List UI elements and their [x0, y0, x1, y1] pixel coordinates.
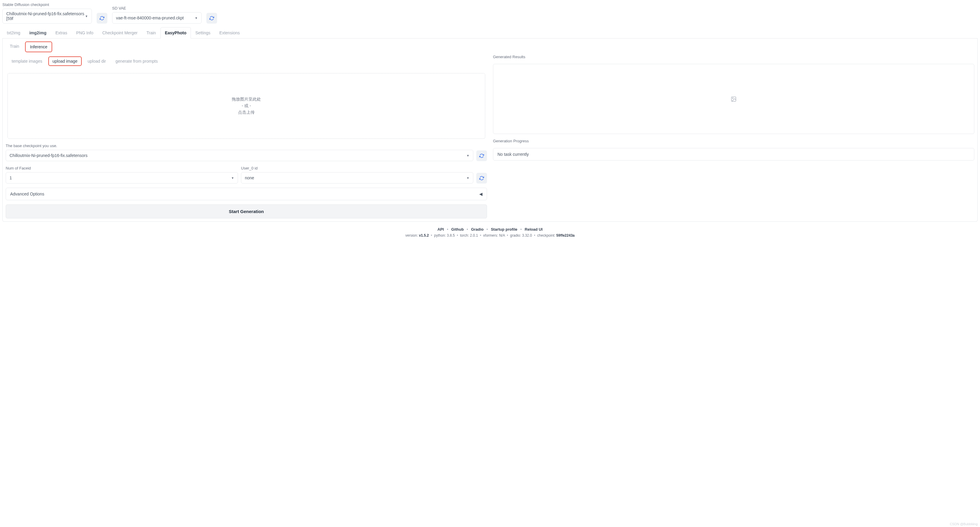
xformers-value: N/A: [499, 233, 504, 238]
refresh-checkpoint-button[interactable]: [97, 13, 107, 24]
chevron-left-icon: ◀: [479, 192, 482, 196]
chevron-down-icon: ▼: [466, 154, 469, 157]
tab-txt2img[interactable]: txt2img: [2, 27, 25, 38]
footer-link-reload-ui[interactable]: Reload UI: [525, 227, 542, 232]
start-generation-button[interactable]: Start Generation: [6, 204, 487, 219]
checkpoint-group: Stable Diffusion checkpoint Chilloutmix-…: [2, 2, 92, 24]
footer-link-startup-profile[interactable]: Startup profile: [491, 227, 517, 232]
dropzone-line1: 拖放图片至此处: [232, 97, 261, 102]
tab-easyphoto[interactable]: EasyPhoto: [161, 27, 191, 38]
dot-icon: •: [447, 227, 448, 232]
refresh-userid-button[interactable]: [476, 173, 487, 184]
chevron-down-icon: ▼: [466, 176, 469, 180]
inference-innertabs: template images upload image upload dir …: [8, 56, 485, 66]
innertab-template-images[interactable]: template images: [8, 57, 46, 65]
gradio-label: gradio:: [510, 233, 522, 238]
torch-label: torch:: [460, 233, 470, 238]
results-box: [493, 64, 974, 134]
easyphoto-panel: Train Inference template images upload i…: [2, 38, 978, 222]
vae-label: SD VAE: [112, 6, 202, 10]
chevron-down-icon: ▼: [85, 14, 88, 18]
userid-value: none: [245, 176, 254, 180]
innertab-upload-dir[interactable]: upload dir: [84, 57, 110, 65]
dropzone-line2: - 或 -: [242, 103, 251, 109]
tab-img2img[interactable]: img2img: [25, 27, 51, 38]
dot-icon: •: [487, 227, 488, 232]
tab-settings[interactable]: Settings: [191, 27, 215, 38]
python-value: 3.8.5: [447, 233, 455, 238]
refresh-icon: [479, 176, 484, 180]
faceid-label: Num of Faceid: [6, 166, 238, 170]
tab-pnginfo[interactable]: PNG Info: [72, 27, 98, 38]
tab-train[interactable]: Train: [142, 27, 160, 38]
right-column: Generated Results Generation Progress No…: [493, 54, 974, 219]
progress-label: Generation Progress: [493, 139, 974, 143]
faceid-group: Num of Faceid 1 ▼: [6, 165, 238, 184]
subtab-train[interactable]: Train: [6, 42, 23, 52]
base-checkpoint-dropdown[interactable]: Chilloutmix-Ni-pruned-fp16-fix.safetenso…: [6, 150, 473, 161]
refresh-icon: [100, 16, 104, 21]
chevron-down-icon: ▼: [195, 16, 198, 20]
tab-extensions[interactable]: Extensions: [215, 27, 244, 38]
dot-icon: •: [467, 227, 468, 232]
base-checkpoint-value: Chilloutmix-Ni-pruned-fp16-fix.safetenso…: [10, 153, 88, 158]
gradio-value: 3.32.0: [522, 233, 532, 238]
results-label: Generated Results: [493, 54, 974, 59]
tab-checkpoint-merger[interactable]: Checkpoint Merger: [98, 27, 142, 38]
refresh-base-checkpoint-button[interactable]: [476, 150, 487, 161]
checkpoint-label: Stable Diffusion checkpoint: [2, 2, 92, 7]
userid-dropdown[interactable]: none ▼: [241, 172, 473, 184]
userid-group: User_0 id none ▼: [241, 165, 473, 184]
dropzone-line3: 点击上传: [238, 110, 255, 115]
upload-dropzone[interactable]: 拖放图片至此处 - 或 - 点击上传: [8, 73, 485, 139]
dot-icon: •: [520, 227, 522, 232]
footer-link-api[interactable]: API: [438, 227, 444, 232]
advanced-options-label: Advanced Options: [10, 192, 44, 196]
version-value: v1.5.2: [419, 233, 429, 238]
refresh-vae-button[interactable]: [206, 13, 217, 24]
refresh-icon: [209, 16, 214, 21]
userid-label: User_0 id: [241, 166, 473, 170]
faceid-value: 1: [10, 176, 12, 180]
footer: API • Github • Gradio • Startup profile …: [2, 227, 978, 238]
python-label: python:: [434, 233, 447, 238]
left-column: template images upload image upload dir …: [6, 54, 487, 219]
easyphoto-subtabs: Train Inference: [6, 42, 974, 52]
progress-value: No task currently: [493, 148, 974, 161]
vae-group: SD VAE vae-ft-mse-840000-ema-pruned.ckpt…: [112, 6, 202, 24]
checkpoint-value: Chilloutmix-Ni-pruned-fp16-fix.safetenso…: [6, 11, 85, 21]
torch-value: 2.0.1: [470, 233, 478, 238]
footer-links: API • Github • Gradio • Startup profile …: [2, 227, 978, 232]
tab-extras[interactable]: Extras: [51, 27, 72, 38]
refresh-icon: [479, 153, 484, 158]
checkpoint-dropdown[interactable]: Chilloutmix-Ni-pruned-fp16-fix.safetenso…: [2, 9, 92, 24]
checkpoint-value: 59ffe2243a: [556, 233, 574, 238]
subtab-inference[interactable]: Inference: [25, 42, 52, 52]
footer-link-github[interactable]: Github: [451, 227, 464, 232]
checkpoint-label: checkpoint:: [537, 233, 556, 238]
header-row: Stable Diffusion checkpoint Chilloutmix-…: [2, 2, 978, 24]
xformers-label: xformers:: [483, 233, 499, 238]
main-tabs: txt2img img2img Extras PNG Info Checkpoi…: [2, 27, 978, 38]
image-placeholder-icon: [731, 96, 737, 102]
vae-value: vae-ft-mse-840000-ema-pruned.ckpt: [116, 16, 184, 20]
faceid-dropdown[interactable]: 1 ▼: [6, 172, 238, 184]
base-checkpoint-group: The base checkpoint you use. Chilloutmix…: [6, 143, 487, 161]
chevron-down-icon: ▼: [231, 176, 234, 180]
innertab-upload-image[interactable]: upload image: [48, 56, 82, 66]
footer-meta: version: v1.5.2 • python: 3.8.5 • torch:…: [2, 233, 978, 238]
vae-dropdown[interactable]: vae-ft-mse-840000-ema-pruned.ckpt ▼: [112, 12, 202, 24]
base-checkpoint-label: The base checkpoint you use.: [6, 144, 487, 148]
version-label: version:: [405, 233, 419, 238]
advanced-options-accordion[interactable]: Advanced Options ◀: [6, 188, 487, 200]
svg-point-1: [732, 97, 733, 99]
innertab-generate-prompts[interactable]: generate from prompts: [112, 57, 161, 65]
footer-link-gradio[interactable]: Gradio: [471, 227, 484, 232]
